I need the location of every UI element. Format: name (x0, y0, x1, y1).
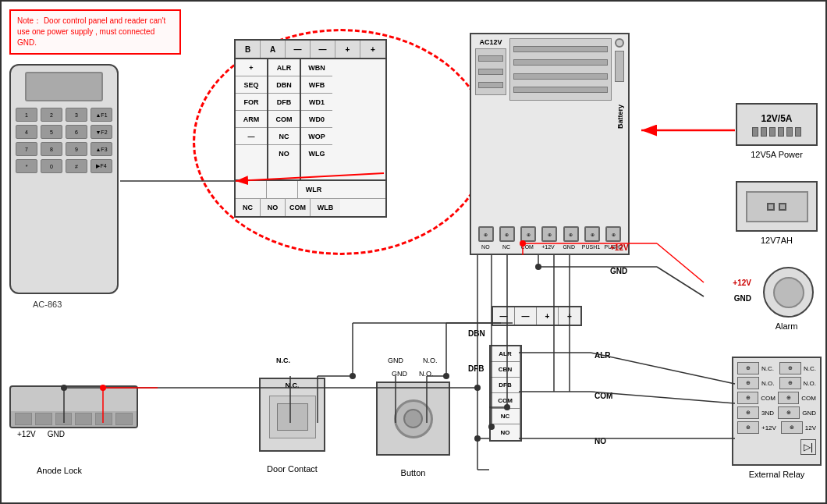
gnd-alarm-label: GND (734, 294, 751, 303)
door-contact-inner (277, 403, 308, 431)
power-supply: 12V/5A (736, 103, 818, 146)
btl5: GND (561, 244, 577, 250)
bs4: ⊕ (541, 226, 557, 242)
battery-body (746, 191, 808, 222)
board-ac-area: AC12V (475, 38, 506, 101)
relay-gnd2: ⊕ (778, 406, 800, 419)
alr-row-no: NO (491, 424, 520, 440)
alr-cell-com: COM (491, 393, 520, 409)
bcon-p1: + (537, 307, 559, 325)
relay-com-label1: COM (761, 395, 776, 402)
twlr-empty (267, 181, 298, 198)
relay-com1: ⊕ (737, 392, 758, 404)
alarm-label: Alarm (755, 321, 818, 331)
bottom-connector-block: — — + + (492, 306, 582, 326)
power-supply-sublabel: 12V5A Power (736, 150, 818, 159)
bat-t1 (767, 203, 775, 211)
button-inner (403, 409, 423, 428)
th-minus1: — (286, 41, 311, 58)
lr6 (115, 413, 133, 425)
tbot-com: COM (286, 199, 311, 216)
bat-t2 (779, 203, 786, 211)
nc-door-label: N.C. (276, 357, 290, 364)
main-diagram: { "note": { "text": "Note： Door control … (0, 0, 827, 504)
key-1: 1 (16, 108, 37, 122)
lr5 (95, 413, 112, 425)
th-plus1: + (335, 41, 360, 58)
svg-line-49 (591, 353, 735, 384)
th-minus2: — (311, 41, 335, 58)
tc2-r2: DBN (268, 76, 300, 94)
key-f1: ▲F1 (91, 108, 112, 122)
key-0: 0 (41, 159, 62, 173)
board-ac-label: AC12V (479, 38, 502, 46)
key-8: 8 (41, 142, 62, 156)
relay-gnd1: ⊕ (737, 406, 759, 419)
bc2 (513, 59, 608, 66)
alr-cell-nc: NC (491, 409, 520, 424)
relay-row-com: ⊕ COM ⊕ COM (737, 392, 816, 404)
anode-lock-label: Anode Lock (37, 466, 82, 475)
relay-label: External Relay (732, 470, 822, 479)
keypad-label: AC-863 (33, 300, 62, 309)
battery-inner (746, 191, 808, 222)
twlr (236, 181, 267, 198)
fin2 (761, 127, 767, 137)
board-bar (615, 51, 624, 82)
plus12v-alarm-label: +12V (733, 279, 751, 287)
board-screw-row: ⊕ ⊕ ⊕ ⊕ ⊕ ⊕ ⊕ (475, 226, 624, 242)
bs6: ⊕ (584, 226, 600, 242)
relay-12v2: ⊕ (781, 421, 803, 434)
bc3 (513, 73, 608, 80)
anode-lock-group: +12V GND (9, 385, 138, 444)
board-top: AC12V (471, 34, 628, 105)
key-2: 2 (41, 108, 62, 122)
th-b: B (236, 41, 261, 58)
key-hash: # (66, 159, 87, 173)
board-circle (615, 38, 624, 48)
btl3: COM (520, 244, 535, 250)
door-contact-nc: N.C. (261, 379, 324, 392)
control-board: AC12V Battery ⊕ (470, 33, 630, 255)
lock-plus12v: +12V (17, 430, 36, 438)
alr-row-dfb: DFB (491, 378, 520, 393)
battery-device (736, 181, 818, 232)
relay-com2: ⊕ (778, 392, 799, 404)
note-box: Note： Door control panel and reader can'… (9, 9, 181, 55)
btl1: NO (477, 244, 493, 250)
right-com-label: COM (595, 392, 612, 400)
fin6 (795, 127, 801, 137)
keypad-device: 1 2 3 ▲F1 4 5 6 ▼F2 7 8 9 ▲F3 * 0 # ▶F4 (9, 64, 119, 294)
alr-cell-alr: ALR (491, 346, 520, 362)
btn-no-label2: N.O. (423, 357, 438, 364)
terminal-wlr-row: WLR (236, 179, 385, 198)
bc4 (513, 87, 608, 93)
board-circuit-area (509, 38, 612, 101)
bs2: ⊕ (499, 226, 515, 242)
lr3 (55, 413, 73, 425)
relay-gnd-label1: 3ND (761, 410, 776, 417)
ac-t2 (478, 69, 503, 75)
relay-row-gnd: ⊕ 3ND ⊕ GND (737, 406, 816, 419)
bs1: ⊕ (478, 226, 494, 242)
fin5 (786, 127, 793, 137)
fin1 (752, 127, 758, 137)
board-battery-label: Battery (616, 105, 624, 129)
key-5: 5 (41, 125, 62, 139)
tc3-r6: WLG (301, 145, 332, 162)
keypad-grid: 1 2 3 ▲F1 4 5 6 ▼F2 7 8 9 ▲F3 * 0 # ▶F4 (16, 108, 112, 173)
tbot-wlb: WLB (311, 199, 340, 216)
board-ac-terminals (475, 48, 506, 95)
relay-row-nc: ⊕ N.C. ⊕ N.C. (737, 362, 816, 374)
svg-line-21 (657, 243, 704, 282)
th-plus2: + (360, 41, 385, 58)
tc2-r3: DFB (268, 94, 300, 111)
tc1-r5: — (236, 128, 267, 145)
button-label: Button (384, 468, 442, 477)
relay-terminals: ⊕ N.C. ⊕ N.C. ⊕ N.O. ⊕ N.O. ⊕ COM ⊕ COM … (737, 362, 816, 455)
alr-cell-no: NO (491, 424, 520, 440)
tc2-r5: NC (268, 128, 300, 145)
bs3: ⊕ (520, 226, 536, 242)
alr-cell-cbn: CBN (491, 362, 520, 378)
bc1 (513, 46, 608, 52)
